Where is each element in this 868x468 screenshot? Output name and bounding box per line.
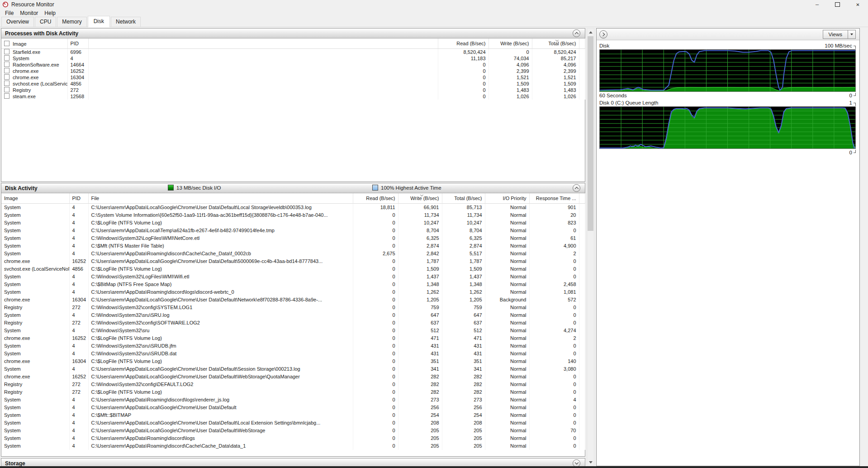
- process-row[interactable]: Registry27201,4831,483: [1, 87, 585, 93]
- disk-activity-row[interactable]: System4C:\Windows\System32\LogFiles\WMI\…: [1, 234, 585, 242]
- collapse-chevron-up-icon[interactable]: [573, 184, 580, 192]
- cell-read: 18,811: [353, 204, 398, 211]
- disk-activity-row[interactable]: chrome.exe16304C:\Users\aremr\AppData\Lo…: [1, 296, 585, 304]
- maximize-icon[interactable]: [827, 0, 848, 9]
- disk-activity-row[interactable]: svchost.exe (LocalServiceNoNet...4856C:\…: [1, 265, 585, 273]
- scroll-up-icon[interactable]: [587, 29, 594, 36]
- disk-activity-row[interactable]: System4C:\Users\aremr\AppData\Local\Goog…: [1, 204, 585, 211]
- disk-activity-row[interactable]: chrome.exe16252C:\Users\aremr\AppData\Lo…: [1, 373, 585, 381]
- menu-item-file[interactable]: File: [2, 10, 17, 17]
- disk-activity-row[interactable]: Registry272C:\Windows\System32\config\SO…: [1, 319, 585, 327]
- column-header-write[interactable]: Write (B/sec): [489, 38, 532, 49]
- scrollbar-thumb[interactable]: [588, 36, 593, 231]
- disk-activity-row[interactable]: System4C:\Windows\System32\LogFiles\WMI\…: [1, 273, 585, 281]
- left-scrollbar[interactable]: [587, 28, 594, 466]
- cell-file: C:\Users\aremr\AppData\Local\Google\Chro…: [88, 419, 353, 427]
- column-header-read[interactable]: Read (B/sec): [353, 193, 398, 204]
- processes-panel-header[interactable]: Processes with Disk Activity: [1, 29, 585, 38]
- cell-total: 431: [442, 342, 485, 350]
- column-header-image[interactable]: Image: [1, 193, 69, 204]
- cell-pid: 4: [69, 204, 88, 211]
- scroll-down-icon[interactable]: [587, 458, 594, 466]
- row-checkbox[interactable]: [4, 55, 9, 61]
- tab-disk[interactable]: Disk: [88, 16, 110, 27]
- disk-activity-row[interactable]: System4C:\Users\aremr\AppData\Local\Goog…: [1, 427, 585, 435]
- row-checkbox[interactable]: [4, 81, 9, 86]
- panel-collapse-chevron-right-icon[interactable]: [599, 30, 607, 38]
- process-row[interactable]: chrome.exe1630401,5211,521: [1, 74, 585, 81]
- process-row[interactable]: Starfield.exe69968,520,42408,520,424: [1, 49, 585, 55]
- process-row[interactable]: steam.exe1256801,0261,026: [1, 93, 585, 100]
- cell-image: System: [1, 396, 69, 404]
- cell-response-time: 0: [529, 350, 579, 358]
- column-header-pid[interactable]: PID: [67, 38, 88, 49]
- menu-item-help[interactable]: Help: [41, 10, 59, 17]
- column-header-read[interactable]: Read (B/sec): [438, 38, 489, 49]
- disk-activity-row[interactable]: System4C:\$Mft (NTFS Master File Table)0…: [1, 242, 585, 250]
- disk-activity-table: Image PID File Read (B/sec) Write (B/sec…: [1, 193, 585, 450]
- row-checkbox[interactable]: [4, 74, 9, 80]
- column-header-total[interactable]: Total (B/sec): [442, 193, 485, 204]
- views-dropdown-arrow-icon[interactable]: [848, 30, 855, 38]
- column-header-file[interactable]: File: [88, 193, 353, 204]
- disk-activity-row[interactable]: System4C:\Users\aremr\AppData\Local\Goog…: [1, 419, 585, 427]
- cell-response-time: 61: [529, 234, 579, 242]
- disk-activity-row[interactable]: chrome.exe16304C:\$LogFile (NTFS Volume …: [1, 358, 585, 365]
- collapse-chevron-up-icon[interactable]: [573, 29, 580, 37]
- process-row[interactable]: RadeonSoftware.exe1466404,0964,096: [1, 62, 585, 68]
- disk-activity-row[interactable]: System4C:\Windows\System32\sru0512512Nor…: [1, 327, 585, 334]
- disk-activity-row[interactable]: Registry272C:\Windows\System32\config\DE…: [1, 381, 585, 388]
- row-checkbox[interactable]: [4, 62, 9, 67]
- select-all-checkbox[interactable]: [4, 41, 9, 46]
- close-icon[interactable]: ✕: [848, 0, 868, 9]
- column-header-image[interactable]: Image: [1, 38, 67, 49]
- row-checkbox[interactable]: [4, 49, 9, 54]
- cell-file: C:\Windows\System32\config\DEFAULT.LOG2: [88, 381, 353, 388]
- disk-activity-row[interactable]: System4C:\Users\aremr\AppData\Local\Goog…: [1, 404, 585, 411]
- disk-activity-row[interactable]: System4C:\Users\aremr\AppData\Roaming\di…: [1, 288, 585, 296]
- disk-activity-row[interactable]: System4C:\Windows\System32\sru\SRU.log06…: [1, 311, 585, 319]
- disk-activity-row[interactable]: System4C:\Users\aremr\AppData\Roaming\di…: [1, 435, 585, 442]
- disk-activity-row[interactable]: System4C:\Users\aremr\AppData\Roaming\di…: [1, 396, 585, 404]
- disk-activity-row[interactable]: System4C:\$Mft::$BITMAP0254254Normal0: [1, 411, 585, 419]
- column-header-pid[interactable]: PID: [69, 193, 88, 204]
- row-checkbox[interactable]: [4, 93, 9, 99]
- cell-file: C:\Windows\System32\sru: [88, 327, 353, 334]
- disk-activity-row[interactable]: System4C:\Users\aremr\AppData\Local\Goog…: [1, 365, 585, 373]
- process-row[interactable]: chrome.exe1625202,3992,399: [1, 68, 585, 74]
- column-header-total[interactable]: Total (B/sec): [532, 38, 579, 49]
- cell-file: C:\Users\aremr\AppData\Roaming\discord\l…: [88, 396, 353, 404]
- disk-activity-row[interactable]: System4C:\Users\aremr\AppData\Local\Temp…: [1, 227, 585, 234]
- process-row[interactable]: svchost.exe (LocalServiceNo...485601,509…: [1, 81, 585, 87]
- disk-activity-row[interactable]: System4C:\Users\aremr\AppData\Roaming\di…: [1, 250, 585, 258]
- cell-image: svchost.exe (LocalServiceNoNet...: [1, 265, 69, 273]
- minimize-icon[interactable]: ─: [807, 0, 827, 9]
- disk-activity-row[interactable]: System4C:\$BitMap (NTFS Free Space Map)0…: [1, 281, 585, 288]
- disk-activity-row[interactable]: Registry272C:\Windows\System32\config\SY…: [1, 304, 585, 311]
- column-header-response-time[interactable]: Response Time ...: [529, 193, 579, 204]
- tab-memory[interactable]: Memory: [57, 17, 86, 27]
- disk-activity-row[interactable]: Registry272C:\$LogFile (NTFS Volume Log)…: [1, 388, 585, 396]
- disk-activity-row[interactable]: System4C:\System Volume Information\{60e…: [1, 211, 585, 219]
- disk-activity-row[interactable]: chrome.exe16252C:\$LogFile (NTFS Volume …: [1, 334, 585, 342]
- disk-activity-row[interactable]: System4C:\Windows\System32\sru\SRUDB.jfm…: [1, 342, 585, 350]
- disk-activity-row[interactable]: System4C:\$LogFile (NTFS Volume Log)010,…: [1, 219, 585, 227]
- disk-activity-row[interactable]: System4C:\Users\aremr\AppData\Roaming\di…: [1, 442, 585, 450]
- cell-pid: 4: [69, 350, 88, 358]
- disk-activity-row[interactable]: System4C:\Windows\System32\sru\SRUDB.dat…: [1, 350, 585, 358]
- row-checkbox[interactable]: [4, 68, 9, 73]
- process-row[interactable]: System411,18374,03485,217: [1, 55, 585, 62]
- views-button[interactable]: Views: [823, 30, 856, 39]
- column-header-write[interactable]: Write (B/sec): [398, 193, 442, 204]
- cell-io-priority: Normal: [485, 365, 529, 373]
- column-header-io-priority[interactable]: I/O Priority: [485, 193, 529, 204]
- disk-activity-panel-header[interactable]: Disk Activity 13 MB/sec Disk I/O 100% Hi…: [1, 183, 585, 193]
- process-write: 0: [489, 49, 532, 55]
- tab-cpu[interactable]: CPU: [35, 17, 56, 27]
- cell-read: 0: [353, 373, 398, 381]
- row-checkbox[interactable]: [4, 87, 9, 92]
- tab-network[interactable]: Network: [111, 17, 141, 27]
- tab-overview[interactable]: Overview: [1, 17, 34, 27]
- menu-item-monitor[interactable]: Monitor: [17, 10, 41, 17]
- disk-activity-row[interactable]: chrome.exe16252C:\Users\aremr\AppData\Lo…: [1, 258, 585, 265]
